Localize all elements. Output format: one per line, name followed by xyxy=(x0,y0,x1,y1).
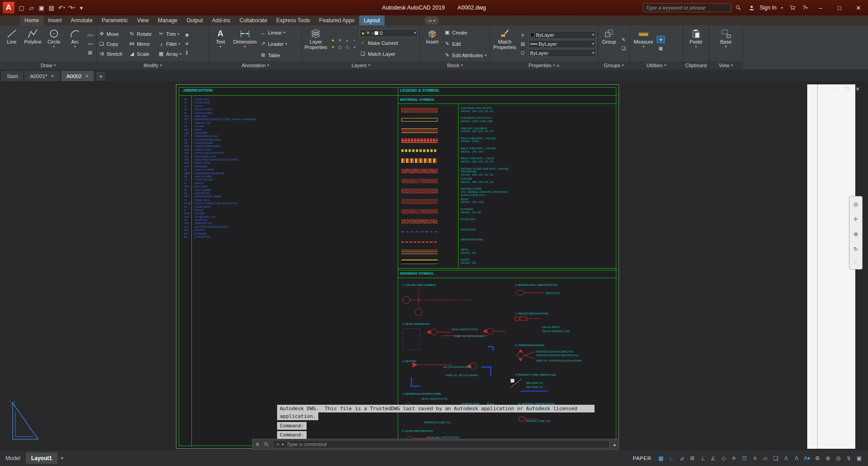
annotation-scale-icon[interactable]: A▾ xyxy=(802,453,812,464)
steering-wheel-icon[interactable]: ◎ xyxy=(853,201,858,207)
layer-sun-icon[interactable]: ☀ xyxy=(366,30,371,36)
arc-flyout-arrow[interactable]: ▾ xyxy=(74,45,76,48)
tab-layout[interactable]: Layout xyxy=(359,15,385,25)
draw-panel-label[interactable]: Draw▾ xyxy=(0,61,96,69)
create-block-button[interactable]: ▣Create xyxy=(444,28,469,38)
quick-properties-icon[interactable]: ▤ xyxy=(519,40,527,48)
lineweight-select-caret-icon[interactable]: ▾ xyxy=(592,42,594,46)
sign-in-caret-icon[interactable]: ▾ xyxy=(778,0,786,15)
new-layout-button[interactable]: + xyxy=(58,455,67,461)
layer-select[interactable]: ● ☀ ▫ 0 ▾ xyxy=(360,29,418,37)
layer-lock-icon[interactable]: ◐ xyxy=(346,38,348,43)
layer-on-bulb-icon[interactable]: ● xyxy=(361,30,365,36)
make-current-button[interactable]: ✓Make Current xyxy=(360,38,418,48)
rotate-button[interactable]: ↻Rotate xyxy=(129,29,153,39)
command-close-icon[interactable]: ✕ xyxy=(255,441,259,447)
arc-button[interactable]: Arc ▾ xyxy=(65,27,85,61)
properties-panel-label[interactable]: Properties▾» xyxy=(490,61,598,69)
tab-home[interactable]: Home xyxy=(20,15,44,25)
command-customize-icon[interactable] xyxy=(263,441,269,447)
edit-attributes-button[interactable]: ✎Edit Attributes▾ xyxy=(444,50,486,60)
user-avatar-icon[interactable] xyxy=(745,0,758,15)
search-binoculars-icon[interactable] xyxy=(731,0,745,15)
list-icon[interactable]: ≡ xyxy=(519,32,527,39)
tab-featured-apps[interactable]: Featured Apps xyxy=(315,15,359,25)
modify-panel-label[interactable]: Modify▾ xyxy=(97,61,209,69)
transparency-icon[interactable]: ▱ xyxy=(760,453,770,464)
paper-space-toggle[interactable]: PAPER xyxy=(628,456,656,461)
group-edit-icon[interactable]: ✎ xyxy=(619,36,628,43)
qat-open-icon[interactable]: ▱ xyxy=(27,3,36,13)
layer-select-caret-icon[interactable]: ▾ xyxy=(414,31,416,35)
base-flyout-arrow[interactable]: ▾ xyxy=(725,45,727,48)
navbar-more-icon[interactable]: ▾ xyxy=(855,261,857,265)
tab-annotate[interactable]: Annotate xyxy=(66,15,97,25)
text-button[interactable]: A Text ▾ xyxy=(211,27,230,61)
move-button[interactable]: ✜Move xyxy=(98,29,124,39)
trim-button[interactable]: ✂Trim▾ xyxy=(158,29,181,39)
qat-redo-icon[interactable]: ↷▾ xyxy=(67,3,76,13)
base-button[interactable]: Base ▾ xyxy=(716,27,736,61)
insert-block-button[interactable]: Insert xyxy=(422,27,443,61)
file-tab-a0001[interactable]: A0001*✕ xyxy=(24,70,60,81)
tab-collaborate[interactable]: Collaborate xyxy=(235,15,272,25)
measure-flyout-arrow[interactable]: ▾ xyxy=(643,45,644,48)
infer-constraints-icon[interactable]: ⊿ xyxy=(677,453,687,464)
line-button[interactable]: Line xyxy=(2,27,22,61)
tab-addins[interactable]: Add-ins xyxy=(207,15,235,25)
annotation-visibility-icon[interactable]: A xyxy=(781,453,791,464)
tab-parametric[interactable]: Parametric xyxy=(97,15,132,25)
isolate-objects-icon[interactable]: ◎ xyxy=(833,453,844,464)
ribbon-display-toggle[interactable]: ▭▾ xyxy=(424,16,439,25)
match-layer-button[interactable]: ❏Match Layer xyxy=(360,49,418,59)
graphics-performance-icon[interactable]: ↯ xyxy=(844,453,854,464)
dynamic-input-icon[interactable]: ⊞ xyxy=(687,453,697,464)
layer-off-icon[interactable]: ● xyxy=(332,38,334,43)
array-button[interactable]: ▦Array▾ xyxy=(158,49,181,59)
ellipse-icon[interactable]: ▱▾ xyxy=(86,40,94,48)
transparency-icon[interactable]: ◻ xyxy=(519,49,527,56)
lineweight-icon[interactable]: ≡ xyxy=(750,453,760,464)
layer-thaw-icon[interactable]: ◻ xyxy=(338,45,341,49)
workspace-switching-icon[interactable]: ⚙ xyxy=(812,453,823,464)
application-menu-button[interactable]: A xyxy=(3,2,15,14)
layer-lock-state-icon[interactable]: ▫ xyxy=(371,30,373,36)
edit-block-button[interactable]: ✎Edit xyxy=(444,39,463,49)
erase-icon[interactable]: ✖ xyxy=(183,32,191,39)
pan-icon[interactable]: ✛ xyxy=(853,216,858,222)
linetype-select[interactable]: ByLayer ▾ xyxy=(528,49,596,57)
linetype-select-caret-icon[interactable]: ▾ xyxy=(592,51,594,55)
dimension-button[interactable]: Dimension ▾ xyxy=(231,27,258,61)
circle-flyout-arrow[interactable]: ▾ xyxy=(53,45,55,48)
tab-close-icon[interactable]: ✕ xyxy=(51,74,54,78)
clipboard-panel-label[interactable]: Clipboard xyxy=(683,61,709,69)
layer-properties-button[interactable]: Layer Properties xyxy=(304,27,328,61)
help-button[interactable]: ?▾ xyxy=(800,0,811,15)
qat-plot-icon[interactable]: ▤ xyxy=(47,3,56,13)
object-color-select[interactable]: ByLayer ▾ xyxy=(528,31,596,39)
new-drawing-tab-button[interactable]: + xyxy=(96,71,106,81)
measure-button[interactable]: Measure ▾ xyxy=(632,27,655,61)
lineweight-select[interactable]: ByLayer ▾ xyxy=(528,40,596,48)
circle-button[interactable]: Circle ▾ xyxy=(44,27,64,61)
sign-in-button[interactable]: Sign In xyxy=(758,0,778,15)
block-panel-label[interactable]: Block▾ xyxy=(420,61,490,69)
tab-output[interactable]: Output xyxy=(182,15,207,25)
minimize-button[interactable]: – xyxy=(811,0,830,15)
tab-close-icon[interactable]: ✕ xyxy=(85,74,89,78)
qat-customize-icon[interactable]: ▾ xyxy=(77,3,86,13)
qat-undo-icon[interactable]: ↶▾ xyxy=(57,3,66,13)
file-tab-a0002[interactable]: A0002✕ xyxy=(61,70,95,81)
object-snap-tracking-icon[interactable]: ✛ xyxy=(729,453,739,464)
color-select-caret-icon[interactable]: ▾ xyxy=(592,33,594,37)
group-button[interactable]: Group xyxy=(600,27,618,61)
polar-tracking-icon[interactable]: ∠ xyxy=(708,453,718,464)
qat-save-icon[interactable]: ▣ xyxy=(37,3,46,13)
polyline-button[interactable]: Polyline xyxy=(23,27,43,61)
doc-close-icon[interactable]: ✕ xyxy=(854,86,861,92)
table-button[interactable]: ⊞Table xyxy=(260,50,282,60)
tab-view[interactable]: View xyxy=(132,15,153,25)
drawing-canvas[interactable]: ABBREVATION LEGEND & SYMBOL MATERIAL SYM… xyxy=(0,82,868,450)
command-input[interactable] xyxy=(287,441,607,447)
isometric-drafting-icon[interactable]: ◇ xyxy=(718,453,729,464)
